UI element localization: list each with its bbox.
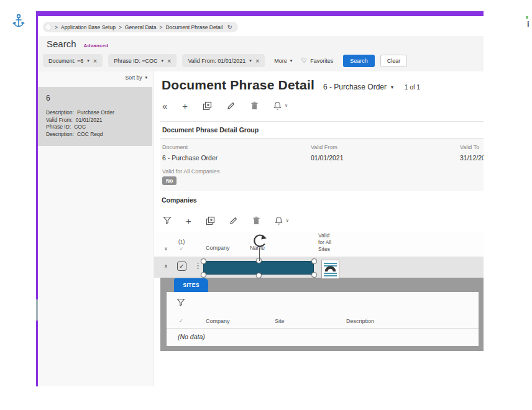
search-filter-strip: Search Advanced Document: =6 ▾ × Phrase … (38, 36, 484, 71)
record-count: 1 of 1 (405, 84, 420, 91)
breadcrumb-separator: > (119, 24, 122, 30)
screen: i > Application Base Setup > General Dat… (0, 0, 532, 410)
companies-toolbar: + (163, 214, 289, 227)
clear-button[interactable]: Clear (380, 55, 408, 67)
filter-chip-label: Phrase ID: =COC (114, 58, 157, 64)
anchor-icon[interactable] (12, 14, 25, 29)
check-icon: ✓ (179, 263, 184, 270)
row-checkbox[interactable]: ✓ (177, 262, 186, 271)
sort-by-dropdown[interactable]: Sort by ▾ (126, 75, 147, 81)
add-icon[interactable]: + (182, 101, 188, 111)
check-icon: ✓ (180, 247, 183, 252)
filter-chip-document[interactable]: Document: =6 ▾ × (43, 54, 103, 67)
field-valid-from: Valid From 01/01/2021 (311, 144, 344, 162)
filter-icon[interactable] (163, 216, 172, 225)
selection-handle[interactable] (311, 272, 317, 278)
close-icon[interactable]: × (93, 57, 97, 65)
duplicate-icon[interactable] (206, 216, 215, 226)
duplicate-icon[interactable] (203, 101, 212, 111)
breadcrumb-separator: > (55, 24, 58, 30)
close-icon[interactable]: × (255, 57, 259, 65)
selection-handle[interactable] (256, 273, 262, 278)
column-header-company[interactable]: Company (206, 318, 230, 324)
main-content: Document Phrase Detail 6 - Purchase Orde… (154, 71, 484, 386)
page-title: Document Phrase Detail (162, 78, 314, 93)
filter-chip-label: Valid From: 01/01/2021 (188, 58, 245, 64)
status-dot (526, 16, 528, 19)
empty-table-message: (No data) (178, 333, 205, 340)
chevron-down-icon: ▾ (145, 75, 147, 80)
companies-table-header: ∨ (1) ✓ Company Name Valid for All Sites (154, 232, 484, 257)
window-accent-bar (36, 11, 484, 16)
result-card-row: Description:Purchase Order (46, 109, 144, 117)
sites-panel: ✓ Company Site Description (No data) (167, 292, 479, 346)
bell-icon (273, 101, 282, 110)
info-char: i (527, 19, 530, 29)
heart-icon: ♡ (301, 57, 307, 65)
field-document: Document 6 - Purchase Order (162, 144, 218, 162)
rotate-gesture-icon (251, 232, 268, 250)
result-card-row: Phrase ID:COC (46, 124, 144, 131)
chevron-down-icon[interactable]: ▾ (249, 58, 252, 63)
field-valid-to: Valid To 31/12/202 (460, 144, 484, 162)
delete-icon[interactable] (252, 216, 260, 225)
selection-handle[interactable] (311, 258, 317, 264)
search-heading: Search (47, 39, 76, 49)
filter-chips-row: Document: =6 ▾ × Phrase ID: =COC ▾ × Val… (43, 54, 407, 67)
filter-icon[interactable] (177, 298, 185, 307)
sort-by-label: Sort by (126, 75, 142, 81)
gesture-pointer-line (259, 248, 260, 261)
group-panel-title: Document Phrase Detail Group (160, 121, 484, 139)
breadcrumb-item-application-base-setup[interactable]: Application Base Setup (61, 24, 116, 30)
valid-for-all-companies-label: Valid for All Companies (162, 168, 219, 175)
chevron-down-icon: ▾ (290, 58, 293, 63)
info-indicator: i (524, 15, 531, 30)
advanced-search-link[interactable]: Advanced (84, 43, 109, 48)
breadcrumb-item-document-phrase-detail[interactable]: Document Phrase Detail (165, 24, 222, 30)
breadcrumb-toggle[interactable] (45, 24, 52, 30)
chevron-down-icon[interactable]: ▾ (87, 58, 89, 63)
edit-icon[interactable] (227, 101, 236, 110)
chevron-down-icon: ∨ (286, 218, 289, 223)
selection-count: (1) (178, 239, 185, 245)
result-card[interactable]: 6 Description:Purchase Order Valid From:… (38, 87, 152, 146)
breadcrumb[interactable]: > Application Base Setup > General Data … (43, 22, 238, 32)
edit-icon[interactable] (229, 216, 238, 225)
search-button[interactable]: Search (343, 55, 375, 67)
tab-sites[interactable]: SITES (174, 278, 208, 292)
column-header-company[interactable]: Company (206, 245, 230, 251)
close-icon[interactable]: × (167, 57, 171, 65)
chevron-down-icon: ∨ (285, 103, 288, 108)
breadcrumb-item-general-data[interactable]: General Data (125, 24, 157, 30)
delete-icon[interactable] (250, 101, 259, 110)
results-sidebar: Sort by ▾ 6 Description:Purchase Order V… (38, 71, 154, 386)
add-icon[interactable]: + (186, 216, 191, 226)
notifications-dropdown[interactable]: ∨ (273, 101, 288, 110)
record-selector[interactable]: 6 - Purchase Order ▾ (323, 83, 393, 91)
filter-chip-phrase-id[interactable]: Phrase ID: =COC ▾ × (108, 54, 177, 67)
more-filters-dropdown[interactable]: More ▾ (274, 58, 292, 64)
page-toolbar: « + (162, 99, 288, 112)
notifications-dropdown[interactable]: ∨ (275, 216, 289, 225)
chevron-down-icon[interactable]: ∨ (164, 246, 168, 252)
chevron-down-icon[interactable]: ▾ (162, 58, 164, 63)
group-panel: Document Phrase Detail Group Document 6 … (160, 121, 484, 191)
refresh-icon[interactable]: ↻ (227, 24, 232, 30)
divider (167, 328, 479, 329)
row-detail-frame: SITES ✓ Company Site Description (No dat… (160, 278, 484, 351)
favorites-button[interactable]: ♡ Favorites (301, 57, 333, 65)
selection-handle[interactable] (201, 258, 206, 264)
chevron-up-icon[interactable]: ∧ (164, 263, 168, 269)
collapse-panel-icon[interactable]: « (162, 101, 167, 111)
column-header-description[interactable]: Description (346, 318, 374, 324)
column-header-valid-for-all-sites[interactable]: Valid for All Sites (318, 232, 331, 253)
record-selector-value: 6 - Purchase Order (323, 83, 387, 91)
filter-chip-valid-from[interactable]: Valid From: 01/01/2021 ▾ × (182, 54, 265, 67)
companies-table-row[interactable]: ∧ ✓ ⋮ (154, 257, 484, 278)
selection-handle[interactable] (201, 272, 206, 278)
favorites-label: Favorites (310, 58, 333, 64)
chevron-down-icon: ▾ (391, 84, 393, 90)
breadcrumb-row: > Application Base Setup > General Data … (38, 16, 484, 36)
more-label: More (274, 58, 287, 64)
column-header-site[interactable]: Site (275, 318, 285, 324)
